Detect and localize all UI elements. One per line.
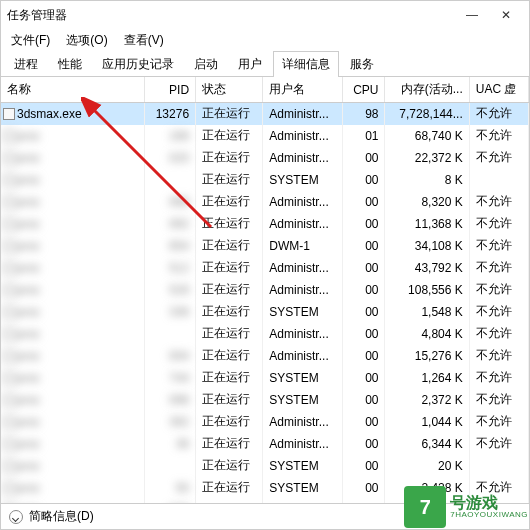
- tab-history[interactable]: 应用历史记录: [93, 51, 183, 77]
- cell-pid: 336: [144, 301, 195, 323]
- cell-cpu: 00: [343, 213, 385, 235]
- menu-options[interactable]: 选项(O): [60, 32, 113, 49]
- table-row[interactable]: proc096正在运行SYSTEM002,372 K不允许: [1, 389, 529, 411]
- cell-uac: 不允许: [469, 257, 528, 279]
- cell-cpu: 00: [343, 499, 385, 504]
- cell-status: 正在运行: [196, 455, 263, 477]
- cell-mem: 22,372 K: [385, 147, 469, 169]
- tabs: 进程 性能 应用历史记录 启动 用户 详细信息 服务: [1, 51, 529, 77]
- table-row[interactable]: proc正在运行Administr...004,804 K不允许: [1, 323, 529, 345]
- cell-user: Administr...: [263, 257, 343, 279]
- table-row[interactable]: proc004正在运行Administr...0015,276 K不允许: [1, 345, 529, 367]
- table-row[interactable]: proc36正在运行Administr...006,344 K不允许: [1, 433, 529, 455]
- cell-mem: 1,044 K: [385, 411, 469, 433]
- cell-pid: 096: [144, 389, 195, 411]
- cell-name: proc: [1, 213, 144, 235]
- col-header-name[interactable]: 名称: [1, 77, 144, 103]
- table-row[interactable]: proc528正在运行Administr...00108,556 K不允许: [1, 279, 529, 301]
- tab-startup[interactable]: 启动: [185, 51, 227, 77]
- table-row[interactable]: proc020正在运行Administr...0022,372 K不允许: [1, 147, 529, 169]
- task-manager-window: 任务管理器 — ✕ 文件(F) 选项(O) 查看(V) 进程 性能 应用历史记录…: [0, 0, 530, 530]
- cell-status: 正在运行: [196, 345, 263, 367]
- cell-status: 正在运行: [196, 323, 263, 345]
- cell-name: proc: [1, 411, 144, 433]
- cell-pid: 836: [144, 499, 195, 504]
- table-row[interactable]: proc744正在运行SYSTEM001,264 K不允许: [1, 367, 529, 389]
- tab-users[interactable]: 用户: [229, 51, 271, 77]
- table-row[interactable]: proc068正在运行Administr...008,320 K不允许: [1, 191, 529, 213]
- table-row[interactable]: proc正在运行SYSTEM008 K: [1, 169, 529, 191]
- table-row[interactable]: proc336正在运行SYSTEM001,548 K不允许: [1, 301, 529, 323]
- cell-uac: 不允许: [469, 345, 528, 367]
- table-row[interactable]: proc正在运行SYSTEM0020 K: [1, 455, 529, 477]
- cell-uac: 不允许: [469, 125, 528, 147]
- watermark-text: 号游戏: [450, 495, 528, 511]
- cell-pid: 36: [144, 433, 195, 455]
- cell-name: proc: [1, 147, 144, 169]
- cell-mem: 8,320 K: [385, 191, 469, 213]
- table-row[interactable]: 3dsmax.exe13276正在运行Administr...987,728,1…: [1, 103, 529, 125]
- cell-cpu: 00: [343, 477, 385, 499]
- tab-performance[interactable]: 性能: [49, 51, 91, 77]
- cell-cpu: 00: [343, 345, 385, 367]
- cell-pid: 13276: [144, 103, 195, 125]
- cell-pid: 50: [144, 477, 195, 499]
- cell-uac: [469, 169, 528, 191]
- cell-pid: [144, 169, 195, 191]
- close-button[interactable]: ✕: [489, 8, 523, 22]
- cell-mem: 43,792 K: [385, 257, 469, 279]
- col-header-status[interactable]: 状态: [196, 77, 263, 103]
- cell-uac: 不允许: [469, 103, 528, 125]
- cell-user: Administr...: [263, 125, 343, 147]
- cell-status: 正在运行: [196, 103, 263, 125]
- cell-user: SYSTEM: [263, 389, 343, 411]
- cell-pid: 068: [144, 191, 195, 213]
- col-header-uac[interactable]: UAC 虚: [469, 77, 528, 103]
- cell-mem: 6,344 K: [385, 433, 469, 455]
- fewer-details-link[interactable]: 简略信息(D): [29, 508, 94, 525]
- cell-uac: 不允许: [469, 411, 528, 433]
- col-header-pid[interactable]: PID: [144, 77, 195, 103]
- cell-uac: 不允许: [469, 191, 528, 213]
- cell-mem: 2,372 K: [385, 389, 469, 411]
- cell-uac: 不允许: [469, 301, 528, 323]
- table-row[interactable]: proc168正在运行Administr...0168,740 K不允许: [1, 125, 529, 147]
- cell-user: Administr...: [263, 411, 343, 433]
- cell-status: 正在运行: [196, 257, 263, 279]
- cell-user: Administr...: [263, 213, 343, 235]
- tab-services[interactable]: 服务: [341, 51, 383, 77]
- cell-user: SYSTEM: [263, 169, 343, 191]
- table-row[interactable]: proc392正在运行Administr...001,044 K不允许: [1, 411, 529, 433]
- col-header-memory[interactable]: 内存(活动...: [385, 77, 469, 103]
- cell-cpu: 00: [343, 191, 385, 213]
- cell-pid: 092: [144, 213, 195, 235]
- cell-cpu: 00: [343, 455, 385, 477]
- cell-name: proc: [1, 169, 144, 191]
- cell-user: SYSTEM: [263, 455, 343, 477]
- cell-cpu: 00: [343, 411, 385, 433]
- cell-user: Administr...: [263, 103, 343, 125]
- cell-user: SYSTEM: [263, 477, 343, 499]
- cell-name: 3dsmax.exe: [1, 103, 144, 125]
- cell-user: SYSTEM: [263, 367, 343, 389]
- menu-file[interactable]: 文件(F): [5, 32, 56, 49]
- cell-user: Administr...: [263, 147, 343, 169]
- cell-user: Administr...: [263, 345, 343, 367]
- table-row[interactable]: proc512正在运行Administr...0043,792 K不允许: [1, 257, 529, 279]
- titlebar[interactable]: 任务管理器 — ✕: [1, 1, 529, 29]
- tab-details[interactable]: 详细信息: [273, 51, 339, 77]
- menubar: 文件(F) 选项(O) 查看(V): [1, 29, 529, 51]
- chevron-down-icon[interactable]: [9, 510, 23, 524]
- tab-processes[interactable]: 进程: [5, 51, 47, 77]
- menu-view[interactable]: 查看(V): [118, 32, 170, 49]
- cell-mem: 108,556 K: [385, 279, 469, 301]
- cell-name: proc: [1, 301, 144, 323]
- table-row[interactable]: proc654正在运行DWM-10034,108 K不允许: [1, 235, 529, 257]
- col-header-user[interactable]: 用户名: [263, 77, 343, 103]
- table-row[interactable]: proc092正在运行Administr...0011,368 K不允许: [1, 213, 529, 235]
- cell-user: Administr...: [263, 279, 343, 301]
- minimize-button[interactable]: —: [455, 8, 489, 22]
- cell-pid: [144, 455, 195, 477]
- cell-status: 正在运行: [196, 433, 263, 455]
- col-header-cpu[interactable]: CPU: [343, 77, 385, 103]
